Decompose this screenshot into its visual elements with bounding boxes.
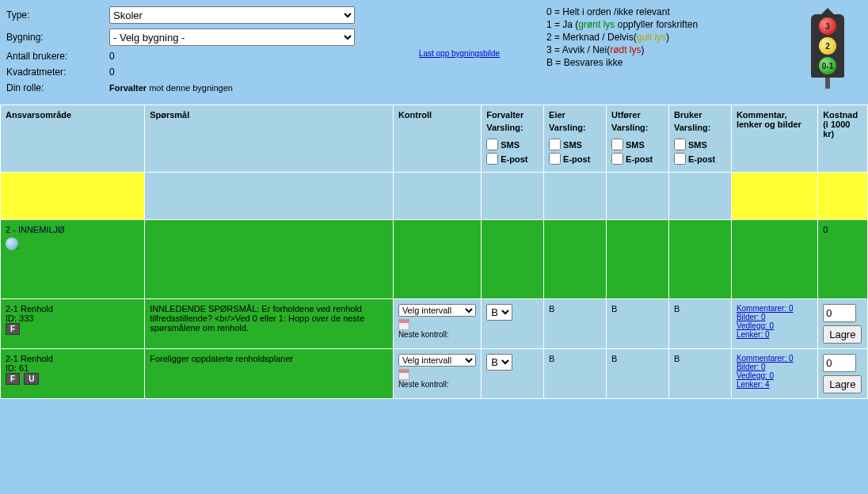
- forvalter-answer-select[interactable]: B: [486, 304, 512, 321]
- interval-select[interactable]: Velg intervall: [398, 304, 476, 317]
- header-eier: Eier Varsling: SMS E-post: [544, 105, 607, 173]
- row-id: ID: 61: [6, 363, 139, 373]
- forvalter-sms-checkbox[interactable]: [486, 139, 498, 150]
- vedlegg-link[interactable]: Vedlegg: 0: [737, 371, 813, 380]
- main-table: Ansvarsområde Spørsmål Kontroll Forvalte…: [0, 104, 868, 399]
- form-panel: Type: Skoler Bygning: - Velg bygning - A…: [0, 0, 380, 104]
- utforer-epost-checkbox[interactable]: [611, 153, 623, 165]
- calendar-icon[interactable]: [398, 319, 409, 330]
- type-label: Type:: [6, 10, 109, 21]
- calendar-icon[interactable]: [398, 369, 409, 380]
- row-title: 2-1 Renhold: [6, 354, 139, 363]
- utforer-value: B: [611, 304, 617, 314]
- eier-epost-checkbox[interactable]: [549, 153, 561, 165]
- bruker-value: B: [674, 354, 680, 363]
- save-button[interactable]: Lagre: [823, 325, 862, 344]
- badge-f: F: [6, 373, 20, 385]
- upload-image-link[interactable]: Last opp bygningsbilde: [419, 49, 500, 58]
- header-kostnad: Kostnad (i 1000 kr): [818, 105, 868, 173]
- bilder-link[interactable]: Bilder: 0: [737, 313, 813, 321]
- utforer-value: B: [611, 354, 617, 363]
- kommentarer-link[interactable]: Kommentarer: 0: [737, 304, 813, 313]
- rolle-label: Din rolle:: [6, 82, 109, 93]
- forvalter-epost-checkbox[interactable]: [486, 153, 498, 165]
- vedlegg-link[interactable]: Vedlegg: 0: [737, 321, 813, 330]
- lenker-link[interactable]: Lenker: 4: [737, 380, 813, 389]
- bruker-epost-checkbox[interactable]: [674, 153, 686, 165]
- cost-input[interactable]: [823, 354, 856, 372]
- header-forvalter: Forvalter Varsling: SMS E-post: [482, 105, 544, 173]
- header-kontroll: Kontroll: [393, 105, 481, 173]
- header-kommentar: Kommentar, lenker og bilder: [731, 105, 817, 173]
- kvm-label: Kvadratmeter:: [6, 66, 109, 78]
- kvm-value: 0: [109, 66, 115, 78]
- add-globe-icon[interactable]: [6, 238, 18, 250]
- bygning-label: Bygning:: [6, 32, 109, 43]
- rolle-value: Forvalter mot denne bygningen: [109, 83, 233, 93]
- neste-label: Neste kontroll:: [398, 380, 476, 389]
- separator-row: [1, 173, 868, 220]
- section-row: 2 - INNEMILJØ 0: [1, 220, 868, 299]
- row-title: 2-1 Renhold: [6, 304, 139, 314]
- table-row: 2-1 Renhold ID: 333 F INNLEDENDE SPØRSMÅ…: [1, 299, 868, 349]
- section-cost: 0: [818, 220, 868, 299]
- bruker-value: B: [674, 304, 680, 314]
- legend-panel: 0 = Helt i orden /ikke relevant 1 = Ja (…: [539, 0, 868, 104]
- row-id: ID: 333: [6, 314, 139, 323]
- save-button[interactable]: Lagre: [823, 375, 862, 393]
- row-question: Foreligger oppdaterte renholdsplaner: [145, 349, 394, 399]
- antall-label: Antall brukere:: [6, 51, 109, 62]
- antall-value: 0: [109, 51, 115, 62]
- bruker-sms-checkbox[interactable]: [674, 139, 686, 150]
- section-title: 2 - INNEMILJØ: [6, 225, 139, 234]
- eier-value: B: [549, 354, 554, 363]
- header-bruker: Bruker Varsling: SMS E-post: [668, 105, 731, 173]
- cost-input[interactable]: [823, 304, 856, 322]
- kommentarer-link[interactable]: Kommentarer: 0: [737, 354, 813, 363]
- header-utforer: Utfører Varsling: SMS E-post: [607, 105, 669, 173]
- bygning-select[interactable]: - Velg bygning -: [109, 28, 355, 46]
- bilder-link[interactable]: Bilder: 0: [737, 363, 813, 371]
- utforer-sms-checkbox[interactable]: [611, 139, 623, 150]
- table-row: 2-1 Renhold ID: 61 F U Foreligger oppdat…: [1, 349, 868, 399]
- header-spor: Spørsmål: [145, 105, 394, 173]
- traffic-light-icon: 3 2 0-1: [811, 8, 844, 89]
- interval-select[interactable]: Velg intervall: [398, 354, 476, 367]
- header-ansvar: Ansvarsområde: [1, 105, 145, 173]
- eier-value: B: [549, 304, 554, 314]
- forvalter-answer-select[interactable]: B: [486, 354, 512, 370]
- neste-label: Neste kontroll:: [398, 330, 476, 339]
- badge-f: F: [6, 323, 20, 335]
- type-select[interactable]: Skoler: [109, 6, 355, 24]
- row-question: INNLEDENDE SPØRSMÅL: Er forholdene ved r…: [145, 299, 394, 349]
- eier-sms-checkbox[interactable]: [549, 139, 561, 150]
- lenker-link[interactable]: Lenker: 0: [737, 330, 813, 339]
- badge-u: U: [24, 373, 39, 385]
